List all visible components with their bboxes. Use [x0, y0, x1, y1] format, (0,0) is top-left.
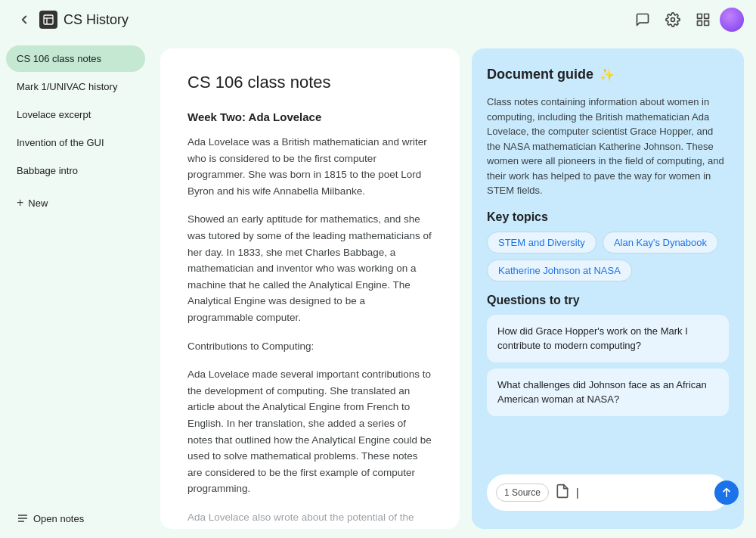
svg-rect-5 — [705, 14, 709, 19]
sidebar-item-mark1[interactable]: Mark 1/UNIVAC history — [6, 73, 145, 100]
guide-description: Class notes containing information about… — [487, 95, 729, 198]
svg-point-3 — [671, 18, 675, 22]
top-nav: CS History — [0, 0, 756, 39]
document-panel: CS 106 class notes Week Two: Ada Lovelac… — [160, 48, 460, 529]
chat-input[interactable] — [576, 487, 708, 499]
back-button[interactable] — [12, 8, 36, 32]
main-layout: CS 106 class notes Mark 1/UNIVAC history… — [0, 39, 756, 538]
section-title: Week Two: Ada Lovelace — [187, 110, 432, 123]
document-attach-icon[interactable] — [555, 484, 570, 502]
sidebar: CS 106 class notes Mark 1/UNIVAC history… — [0, 39, 151, 538]
question-card-0[interactable]: How did Grace Hopper's work on the Mark … — [487, 315, 729, 362]
doc-paragraph-4: Ada Lovelace also wrote about the potent… — [187, 509, 432, 529]
guide-header: Document guide ✨ — [487, 67, 729, 82]
svg-rect-6 — [705, 21, 709, 26]
guide-title: Document guide — [487, 67, 593, 82]
sidebar-item-cs106[interactable]: CS 106 class notes — [6, 45, 145, 72]
key-topics-title: Key topics — [487, 210, 729, 224]
source-badge[interactable]: 1 Source — [496, 484, 549, 502]
svg-rect-0 — [44, 15, 53, 24]
svg-rect-4 — [698, 14, 702, 19]
topic-chip-alan[interactable]: Alan Kay's Dynabook — [603, 232, 718, 253]
doc-paragraph-2: Contributions to Computing: — [187, 338, 432, 355]
topics-chips: STEM and Diversity Alan Kay's Dynabook K… — [487, 232, 729, 281]
sidebar-item-lovelace[interactable]: Lovelace excerpt — [6, 101, 145, 128]
app-logo — [39, 11, 57, 29]
notes-icon — [17, 512, 29, 524]
questions-section: Questions to try How did Grace Hopper's … — [487, 294, 729, 422]
topic-chip-katherine[interactable]: Katherine Johnson at NASA — [487, 260, 632, 281]
key-topics-section: Key topics STEM and Diversity Alan Kay's… — [487, 210, 729, 281]
plus-icon: + — [17, 196, 23, 210]
input-bar: 1 Source — [487, 474, 729, 511]
sparkle-icon: ✨ — [600, 67, 615, 82]
svg-rect-7 — [698, 21, 702, 26]
send-button[interactable] — [714, 480, 739, 505]
settings-icon-button[interactable] — [659, 6, 686, 33]
nav-icon-group — [629, 6, 744, 33]
sidebar-item-babbage[interactable]: Babbage intro — [6, 157, 145, 184]
content-area: CS 106 class notes Week Two: Ada Lovelac… — [151, 39, 756, 538]
questions-title: Questions to try — [487, 294, 729, 307]
share-icon-button[interactable] — [689, 6, 717, 33]
question-card-1[interactable]: What challenges did Johnson face as an A… — [487, 369, 729, 416]
doc-paragraph-0: Ada Lovelace was a British mathematician… — [187, 134, 432, 199]
user-avatar[interactable] — [720, 8, 744, 32]
topic-chip-stem[interactable]: STEM and Diversity — [487, 232, 596, 253]
chat-icon-button[interactable] — [629, 6, 656, 33]
document-title: CS 106 class notes — [187, 73, 432, 92]
open-notes-button[interactable]: Open notes — [6, 505, 145, 532]
doc-paragraph-1: Showed an early aptitude for mathematics… — [187, 211, 432, 325]
doc-paragraph-3: Ada Lovelace made several important cont… — [187, 366, 432, 497]
new-note-button[interactable]: + New — [6, 188, 145, 217]
app-title: CS History — [64, 12, 629, 28]
sidebar-item-invention[interactable]: Invention of the GUI — [6, 129, 145, 156]
guide-panel: Document guide ✨ Class notes containing … — [472, 48, 744, 529]
